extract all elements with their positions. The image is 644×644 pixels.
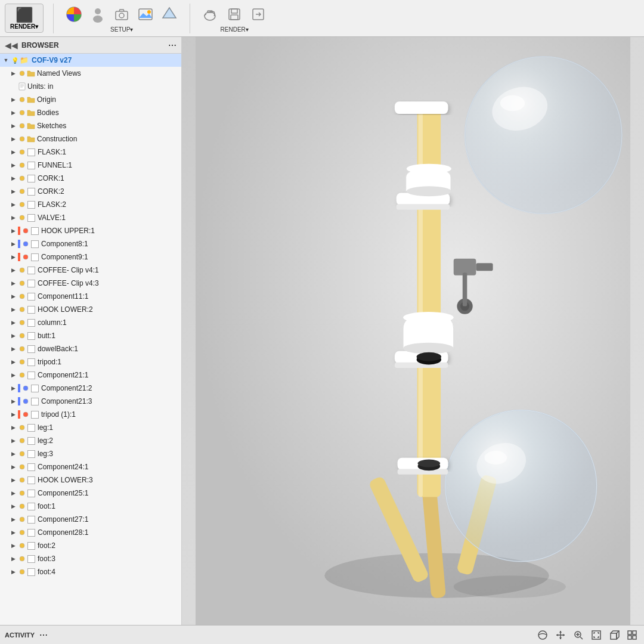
checkbox-18[interactable] [27,306,35,314]
expand-icon-29[interactable]: ▶ [8,449,18,459]
expand-icon-17[interactable]: ▶ [8,292,18,301]
tree-item-32[interactable]: ▶Component25:1 [0,487,181,500]
eye-icon-8[interactable] [18,174,26,182]
eye-icon-14[interactable] [21,253,30,261]
expand-icon-8[interactable]: ▶ [8,174,18,183]
checkbox-9[interactable] [27,188,35,196]
tree-item-7[interactable]: ▶FUNNEL:1 [0,159,181,172]
tree-item-14[interactable]: ▶Component9:1 [0,250,181,264]
expand-icon-1[interactable] [8,82,18,91]
expand-icon-15[interactable]: ▶ [8,265,18,275]
expand-icon-31[interactable]: ▶ [8,475,18,485]
checkbox-29[interactable] [27,450,35,458]
expand-icon-34[interactable]: ▶ [8,515,18,524]
checkbox-8[interactable] [27,175,35,182]
checkbox-20[interactable] [27,332,35,340]
tree-item-12[interactable]: ▶HOOK UPPER:1 [0,224,181,237]
tree-item-24[interactable]: ▶Component21:2 [0,382,181,395]
eye-icon-9[interactable] [18,187,26,196]
browser-menu-button[interactable]: ⋯ [168,41,177,50]
expand-icon-28[interactable]: ▶ [8,436,18,445]
zoom-icon[interactable] [571,628,586,642]
tree-item-5[interactable]: ▶Construction [0,132,181,145]
expand-icon-14[interactable]: ▶ [8,252,18,262]
eye-icon-5[interactable] [18,135,26,143]
expand-icon-33[interactable]: ▶ [8,501,18,511]
tree-item-34[interactable]: ▶Component27:1 [0,513,181,526]
tree-item-18[interactable]: ▶HOOK LOWER:2 [0,303,181,316]
tree-item-2[interactable]: ▶Origin [0,93,181,106]
tree-item-29[interactable]: ▶leg:3 [0,447,181,460]
checkbox-22[interactable] [27,358,35,366]
expand-icon-27[interactable]: ▶ [8,423,18,432]
display-mode-icon[interactable] [625,628,639,642]
orbit-icon[interactable] [535,628,550,642]
toolbar-icon-export[interactable] [247,4,269,25]
toolbar-icon-decal[interactable] [159,4,180,25]
eye-icon-18[interactable] [18,305,26,314]
toolbar-icon-save[interactable] [224,4,245,25]
expand-icon-7[interactable]: ▶ [8,160,18,170]
checkbox-15[interactable] [27,267,35,274]
tree-item-4[interactable]: ▶Sketches [0,119,181,132]
expand-icon-13[interactable]: ▶ [8,239,18,249]
checkbox-23[interactable] [27,371,35,379]
browser-collapse-button[interactable]: ◀◀ [5,41,18,50]
eye-icon-23[interactable] [18,371,26,379]
toolbar-icon-camera[interactable] [111,4,132,25]
eye-icon-30[interactable] [18,463,26,471]
eye-icon-24[interactable] [21,384,30,392]
tree-item-25[interactable]: ▶Component21:3 [0,395,181,408]
tree-item-28[interactable]: ▶leg:2 [0,434,181,447]
expand-icon-37[interactable]: ▶ [8,554,18,564]
checkbox-34[interactable] [27,516,35,524]
eye-icon-16[interactable] [18,279,26,287]
expand-icon-25[interactable]: ▶ [8,397,18,406]
eye-icon-11[interactable] [18,213,26,222]
toolbar-icon-person[interactable] [87,4,109,25]
checkbox-19[interactable] [27,319,35,327]
tree-item-16[interactable]: ▶COFFEE- Clip v4:3 [0,277,181,290]
eye-icon-21[interactable] [18,345,26,353]
tree-item-3[interactable]: ▶Bodies [0,106,181,119]
expand-icon-38[interactable]: ▶ [8,567,18,577]
expand-icon-32[interactable]: ▶ [8,488,18,498]
expand-icon-11[interactable]: ▶ [8,213,18,222]
checkbox-35[interactable] [27,529,35,537]
eye-icon-15[interactable] [18,266,26,274]
checkbox-28[interactable] [27,437,35,445]
expand-icon-5[interactable]: ▶ [8,134,18,144]
expand-icon-20[interactable]: ▶ [8,331,18,340]
eye-icon-22[interactable] [18,358,26,366]
expand-icon-21[interactable]: ▶ [8,344,18,354]
eye-icon-2[interactable] [18,95,26,104]
tree-item-1[interactable]: Units: in [0,80,181,93]
eye-icon-27[interactable] [18,423,26,432]
pan-icon[interactable] [553,628,568,642]
eye-icon-35[interactable] [18,528,26,537]
eye-icon-13[interactable] [21,240,30,248]
eye-icon-3[interactable] [18,109,26,117]
eye-icon-17[interactable] [18,292,26,301]
checkbox-6[interactable] [27,148,35,156]
checkbox-30[interactable] [27,463,35,471]
toolbar-icon-teapot[interactable] [200,4,221,25]
root-expand-icon[interactable]: ▼ [1,55,11,65]
render-main-button[interactable]: ⬛ RENDER▾ [5,4,44,33]
tree-item-27[interactable]: ▶leg:1 [0,421,181,434]
checkbox-37[interactable] [27,555,35,563]
viewport[interactable] [182,37,644,625]
expand-icon-22[interactable]: ▶ [8,357,18,367]
eye-icon-38[interactable] [18,568,26,576]
checkbox-21[interactable] [27,345,35,353]
root-eye-icon[interactable]: 💡 [11,56,19,64]
eye-icon-6[interactable] [18,148,26,156]
checkbox-36[interactable] [27,542,35,550]
eye-icon-36[interactable] [18,541,26,550]
checkbox-10[interactable] [27,201,35,209]
tree-item-36[interactable]: ▶foot:2 [0,539,181,552]
toolbar-icon-scene[interactable] [135,4,156,25]
checkbox-26[interactable] [31,411,39,419]
tree-item-21[interactable]: ▶dowelBack:1 [0,342,181,355]
eye-icon-37[interactable] [18,555,26,563]
